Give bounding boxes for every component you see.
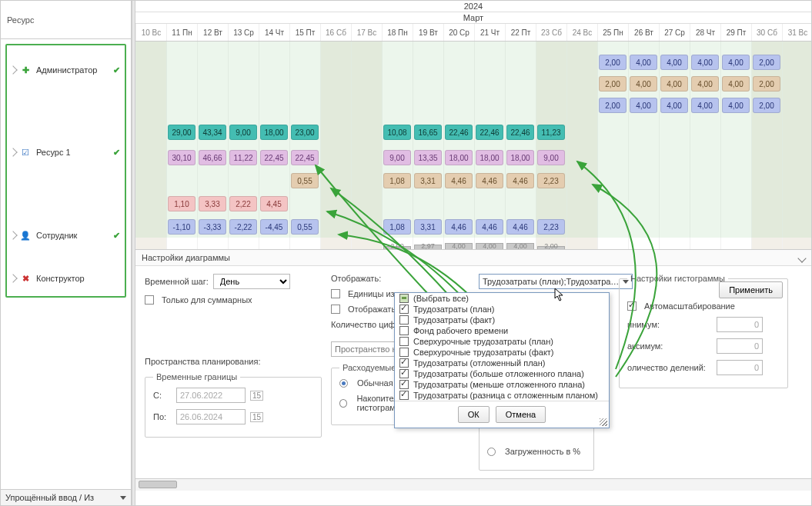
data-cell[interactable]: 4,00: [660, 55, 688, 70]
scrollbar-horizontal[interactable]: [135, 478, 811, 491]
checkbox-icon[interactable]: [399, 380, 409, 389]
date-from-input[interactable]: [176, 388, 246, 403]
data-cell[interactable]: 2,00: [599, 55, 627, 70]
apply-button[interactable]: Применить: [719, 281, 783, 298]
data-cell[interactable]: 43,34: [199, 125, 226, 140]
data-cell[interactable]: 9,00: [229, 125, 257, 140]
data-cell[interactable]: 11,22: [229, 150, 257, 165]
data-cell[interactable]: 18,00: [445, 150, 473, 165]
checkbox-icon[interactable]: [399, 315, 409, 325]
data-cell[interactable]: 4,00: [722, 76, 750, 92]
data-cell[interactable]: -2,22: [229, 219, 257, 235]
resource-row[interactable]: ✚Администратор✔: [7, 45, 125, 95]
data-cell[interactable]: 1,08: [383, 219, 411, 235]
data-cell[interactable]: 46,66: [199, 150, 226, 165]
checkbox-icon[interactable]: [399, 369, 409, 378]
data-cell[interactable]: 30,10: [168, 150, 195, 165]
dropdown-ok-button[interactable]: ОК: [458, 406, 490, 423]
checkbox-icon[interactable]: [399, 326, 409, 335]
data-cell[interactable]: 4,46: [506, 219, 534, 235]
data-cell[interactable]: 4,00: [660, 76, 688, 92]
data-cell[interactable]: 29,00: [168, 125, 195, 140]
data-cell[interactable]: 2,00: [753, 55, 780, 70]
data-cell[interactable]: 2,00: [599, 76, 627, 92]
expand-icon[interactable]: [8, 274, 17, 282]
timestep-select[interactable]: День: [213, 274, 290, 289]
checkbox-icon[interactable]: [399, 337, 409, 346]
dropdown-option[interactable]: Трудозатраты (план): [395, 304, 609, 315]
data-cell[interactable]: 4,00: [691, 76, 719, 92]
data-cell[interactable]: 9,00: [383, 150, 411, 165]
data-cell[interactable]: 2,00: [753, 76, 780, 92]
data-cell[interactable]: 4,46: [445, 173, 473, 188]
expand-icon[interactable]: [8, 65, 17, 74]
data-cell[interactable]: 4,00: [630, 76, 657, 92]
data-cell[interactable]: 1,08: [383, 173, 411, 188]
dropdown-option[interactable]: Трудозатраты (отложенный план): [395, 358, 609, 368]
data-cell[interactable]: 0,55: [291, 219, 319, 235]
radio-normal-hist[interactable]: [339, 379, 348, 388]
divisions-input[interactable]: [717, 360, 763, 375]
data-cell[interactable]: 22,45: [260, 150, 288, 165]
resize-grip-icon[interactable]: [600, 418, 607, 426]
data-cell[interactable]: 18,00: [476, 150, 503, 165]
data-cell[interactable]: 4,45: [260, 196, 288, 211]
data-cell[interactable]: 22,45: [291, 150, 319, 165]
dropdown-option[interactable]: Фонд рабочего времени: [395, 325, 609, 336]
data-cell[interactable]: 22,46: [445, 125, 473, 140]
checkbox-icon[interactable]: [399, 348, 409, 357]
settings-title[interactable]: Настройки диаграммы: [135, 250, 811, 266]
data-cell[interactable]: 22,46: [506, 125, 534, 140]
data-cell[interactable]: 4,00: [660, 98, 688, 113]
dropdown-option[interactable]: Сверхурочные трудозатраты (план): [395, 336, 609, 347]
data-cell[interactable]: -4,45: [260, 219, 288, 235]
data-cell[interactable]: 2,23: [537, 219, 565, 235]
data-cell[interactable]: 2,23: [537, 173, 565, 188]
data-cell[interactable]: 4,46: [476, 219, 503, 235]
data-cell[interactable]: 13,35: [414, 150, 442, 165]
data-cell[interactable]: 4,46: [476, 173, 503, 188]
calendar-icon[interactable]: 15: [250, 391, 263, 401]
dropdown-option[interactable]: Сверхурочные трудозатраты (факт): [395, 347, 609, 358]
autoscale-checkbox[interactable]: [627, 301, 637, 311]
min-input[interactable]: [717, 317, 763, 332]
max-input[interactable]: [717, 338, 763, 354]
input-mode-dropdown[interactable]: Упрощённый ввод / Из: [1, 489, 131, 505]
data-cell[interactable]: 4,00: [691, 55, 719, 70]
dropdown-option[interactable]: (Выбрать все): [395, 293, 609, 304]
data-cell[interactable]: 18,00: [260, 125, 288, 140]
resource-row[interactable]: ☑Ресурс 1✔: [7, 95, 125, 210]
data-cell[interactable]: 4,00: [630, 98, 657, 113]
data-cell[interactable]: 22,46: [476, 125, 503, 140]
data-cell[interactable]: 3,31: [414, 173, 442, 188]
data-cell[interactable]: 2,00: [599, 98, 627, 113]
data-cell[interactable]: 1,10: [168, 196, 195, 211]
calendar-icon[interactable]: 15: [250, 412, 263, 422]
show-groups-checkbox[interactable]: [331, 305, 340, 314]
units-checkbox[interactable]: [331, 289, 340, 298]
data-cell[interactable]: 4,46: [445, 219, 473, 235]
display-multiselect[interactable]: Трудозатраты (план);Трудозатрат...: [479, 274, 633, 289]
data-cell[interactable]: 10,08: [383, 125, 411, 140]
dropdown-option[interactable]: Трудозатраты (разница с отложенным плано…: [395, 390, 609, 401]
expand-icon[interactable]: [8, 231, 17, 239]
data-cell[interactable]: 4,00: [722, 55, 750, 70]
expand-icon[interactable]: [8, 148, 17, 156]
dropdown-option[interactable]: Трудозатраты (факт): [395, 315, 609, 325]
data-cell[interactable]: -1,10: [168, 219, 195, 235]
resource-row[interactable]: ✖Конструктор: [7, 261, 125, 296]
radio-cumulative-hist[interactable]: [339, 399, 347, 408]
data-cell[interactable]: 23,00: [291, 125, 319, 140]
scroll-thumb[interactable]: [139, 481, 177, 488]
summary-only-checkbox[interactable]: [145, 295, 154, 305]
data-cell[interactable]: 4,00: [630, 55, 657, 70]
data-cell[interactable]: 18,00: [506, 150, 534, 165]
data-cell[interactable]: 4,00: [722, 98, 750, 113]
radio-load-pct[interactable]: [487, 448, 496, 456]
checkbox-icon[interactable]: [399, 305, 409, 314]
data-cell[interactable]: 0,55: [291, 173, 319, 188]
checkbox-icon[interactable]: [399, 358, 409, 368]
date-to-input[interactable]: [176, 409, 246, 424]
data-cell[interactable]: 3,33: [199, 196, 226, 211]
dropdown-option[interactable]: Трудозатраты (меньше отложенного плана): [395, 379, 609, 390]
